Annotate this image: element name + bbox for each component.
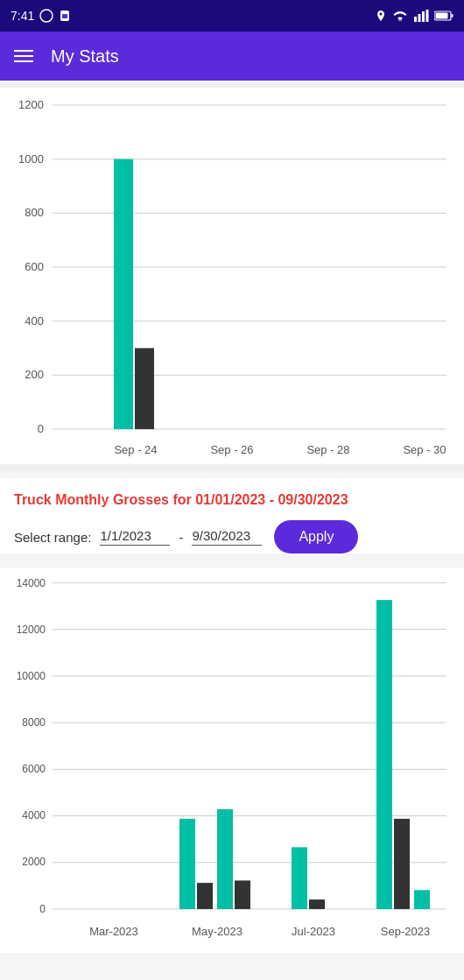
dark-bar-may1: [197, 883, 213, 909]
end-date-display[interactable]: 9/30/2023: [192, 528, 262, 546]
svg-rect-9: [452, 14, 453, 18]
battery-icon: [434, 11, 453, 21]
svg-text:May-2023: May-2023: [192, 925, 243, 938]
app-title: My Stats: [51, 46, 119, 67]
select-range-label: Select range:: [14, 530, 91, 545]
svg-text:14000: 14000: [17, 577, 46, 589]
top-chart-svg: 0 200 400 600 800 1000 1200 Sep - 24 Sep…: [0, 96, 464, 464]
svg-text:Sep - 30: Sep - 30: [403, 443, 446, 456]
top-chart-section: 0 200 400 600 800 1000 1200 Sep - 24 Sep…: [0, 81, 464, 471]
svg-rect-3: [414, 17, 417, 22]
sim-icon: [59, 10, 71, 22]
svg-text:200: 200: [25, 368, 44, 381]
svg-text:400: 400: [25, 314, 44, 328]
svg-rect-4: [418, 14, 421, 22]
svg-text:2000: 2000: [22, 856, 46, 868]
teal-bar-sep1: [376, 600, 392, 909]
app-bar: My Stats: [0, 32, 464, 81]
svg-text:0: 0: [38, 422, 44, 435]
time-display: 7:41: [11, 9, 34, 23]
svg-text:0: 0: [39, 903, 46, 915]
teal-bar-sep24: [114, 159, 133, 429]
range-row: Select range: 1/1/2023 - 9/30/2023 Apply: [14, 520, 450, 553]
svg-text:1200: 1200: [18, 98, 44, 111]
bottom-chart-section: 0 2000 4000 6000 8000 10000 12000 14000 …: [0, 568, 464, 953]
svg-rect-5: [422, 11, 425, 22]
circle-icon: [39, 9, 53, 23]
svg-text:1000: 1000: [18, 152, 44, 166]
status-bar-right: [375, 10, 453, 22]
svg-rect-6: [426, 10, 429, 22]
svg-rect-2: [62, 14, 67, 18]
svg-text:10000: 10000: [17, 670, 46, 682]
svg-text:Sep - 24: Sep - 24: [114, 443, 157, 456]
monthly-date-range: 01/01/2023 - 09/30/2023: [195, 492, 348, 507]
monthly-title: Truck Monthly Grosses for 01/01/2023 - 0…: [14, 492, 450, 508]
dark-bar-sep24: [135, 349, 154, 430]
svg-text:Mar-2023: Mar-2023: [89, 925, 138, 938]
svg-text:Sep - 26: Sep - 26: [210, 443, 253, 456]
dark-bar-jul: [309, 899, 325, 909]
svg-text:600: 600: [25, 260, 44, 273]
hamburger-menu[interactable]: [14, 50, 33, 62]
svg-rect-8: [436, 13, 448, 19]
svg-text:Sep - 28: Sep - 28: [306, 443, 349, 456]
status-bar-left: 7:41: [11, 9, 71, 23]
svg-text:8000: 8000: [22, 716, 46, 729]
teal-bar-may1: [179, 819, 195, 909]
range-separator: -: [179, 530, 183, 545]
teal-bar-jul: [292, 847, 307, 909]
status-bar: 7:41: [0, 0, 464, 32]
monthly-title-static: Truck Monthly Grosses for: [14, 492, 195, 507]
dark-bar-may2: [235, 880, 250, 909]
wifi-icon: [392, 10, 408, 22]
svg-text:Sep-2023: Sep-2023: [381, 925, 430, 938]
svg-text:12000: 12000: [17, 624, 46, 636]
apply-button[interactable]: Apply: [274, 520, 358, 553]
teal-bar-sep2: [414, 890, 430, 909]
svg-text:4000: 4000: [22, 809, 46, 821]
dark-bar-sep1: [394, 819, 410, 909]
start-date-display[interactable]: 1/1/2023: [100, 528, 170, 546]
svg-text:800: 800: [25, 206, 44, 219]
svg-point-0: [40, 10, 53, 22]
teal-bar-may2: [217, 809, 233, 909]
signal-icon: [413, 10, 429, 22]
svg-text:6000: 6000: [22, 763, 46, 775]
monthly-section: Truck Monthly Grosses for 01/01/2023 - 0…: [0, 478, 464, 553]
bottom-chart-svg: 0 2000 4000 6000 8000 10000 12000 14000 …: [0, 568, 464, 953]
top-chart-container: 0 200 400 600 800 1000 1200 Sep - 24 Sep…: [0, 88, 464, 464]
location-icon: [375, 10, 387, 22]
svg-text:Jul-2023: Jul-2023: [292, 925, 335, 938]
